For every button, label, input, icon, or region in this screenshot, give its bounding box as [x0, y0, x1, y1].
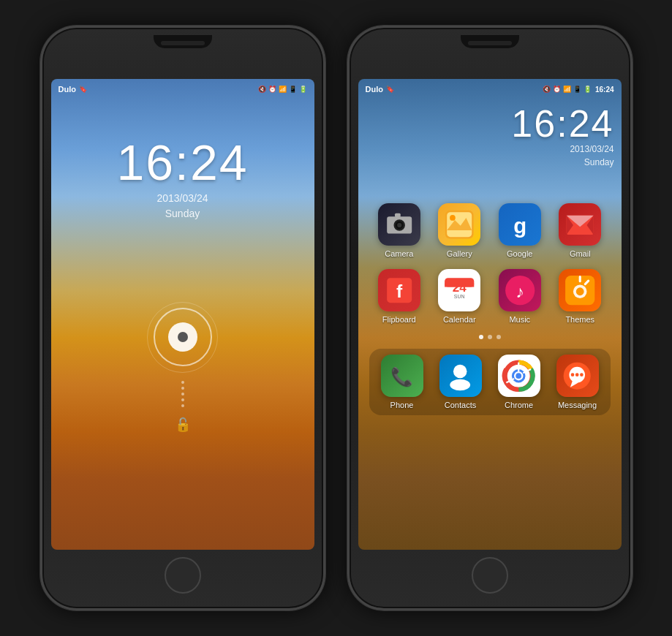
- lock-dot-4: [181, 398, 184, 401]
- lock-date: 2013/03/24 Sunday: [51, 191, 314, 222]
- lock-outer-ring[interactable]: [154, 308, 212, 366]
- app-messaging[interactable]: Messaging: [552, 355, 603, 409]
- lock-dot-1: [181, 381, 184, 384]
- flipboard-svg: f: [382, 273, 416, 307]
- contacts-svg: [443, 359, 477, 393]
- power-button-right[interactable]: [347, 159, 349, 203]
- volume-down-button[interactable]: [324, 214, 325, 243]
- app-camera[interactable]: Camera: [374, 203, 425, 258]
- volume-down-button-right[interactable]: [631, 214, 633, 243]
- app-row-3: 📞 Phone Co: [369, 349, 611, 415]
- svg-point-43: [580, 373, 584, 376]
- status-right-home: 🔇 ⏰ 📶 📱 🔋 16:24: [543, 86, 614, 94]
- flipboard-icon: f: [378, 269, 420, 311]
- home-button-right[interactable]: [472, 557, 508, 594]
- status-left-home: Dulo 🔖: [366, 85, 394, 94]
- svg-text:g: g: [513, 213, 526, 237]
- homescreen-background: Dulo 🔖 🔇 ⏰ 📶 📱 🔋 16:24 16:24: [358, 79, 622, 550]
- lockscreen-background: Dulo 🔖 🔇 ⏰ 📶 📱 🔋 16:24 2013/0: [51, 79, 314, 550]
- lock-circle-area[interactable]: 🔓: [154, 308, 212, 433]
- signal-icon-home: 📱: [573, 86, 581, 93]
- app-phone[interactable]: 📞 Phone: [377, 355, 428, 409]
- app-grid: Camera Gallery: [358, 196, 622, 550]
- alarm-icon: ⏰: [268, 86, 276, 93]
- battery-icon: 🔋: [299, 86, 307, 93]
- status-left: Dulo 🔖: [58, 85, 87, 94]
- home-time: 16:24: [511, 105, 614, 143]
- lockscreen-phone: Dulo 🔖 🔇 ⏰ 📶 📱 🔋 16:24 2013/0: [40, 26, 325, 610]
- phone-svg: 📞: [385, 359, 418, 393]
- themes-svg: [563, 273, 597, 307]
- phone-speaker: [161, 41, 205, 45]
- wifi-icon: 📶: [279, 86, 287, 93]
- camera-label: Camera: [385, 249, 413, 258]
- themes-icon: [559, 269, 601, 311]
- status-bar-lock: Dulo 🔖 🔇 ⏰ 📶 📱 🔋: [51, 79, 314, 99]
- svg-rect-24: [579, 276, 581, 282]
- lockscreen: Dulo 🔖 🔇 ⏰ 📶 📱 🔋 16:24 2013/0: [51, 79, 314, 550]
- svg-point-35: [516, 373, 522, 379]
- chrome-label: Chrome: [505, 401, 533, 409]
- volume-up-button[interactable]: [324, 174, 325, 203]
- app-google[interactable]: g Google: [494, 203, 545, 258]
- app-themes[interactable]: Themes: [554, 269, 605, 324]
- svg-point-42: [575, 373, 579, 376]
- homescreen-phone: Dulo 🔖 🔇 ⏰ 📶 📱 🔋 16:24 16:24: [347, 26, 633, 610]
- app-music[interactable]: ♪ Music: [494, 269, 545, 324]
- app-gallery[interactable]: Gallery: [434, 203, 485, 258]
- google-label: Google: [507, 249, 532, 258]
- svg-point-3: [397, 223, 401, 227]
- lock-dot-5: [181, 404, 184, 407]
- google-svg: g: [503, 208, 537, 241]
- camera-icon: [378, 203, 420, 246]
- carrier-name: Dulo: [58, 85, 76, 94]
- mute-icon-home: 🔇: [543, 86, 551, 93]
- calendar-svg: 24 SUN: [442, 273, 476, 307]
- home-button-left[interactable]: [165, 557, 201, 594]
- lock-dots-line: [181, 381, 184, 407]
- phone-body-left: Dulo 🔖 🔇 ⏰ 📶 📱 🔋 16:24 2013/0: [40, 26, 325, 610]
- svg-text:f: f: [396, 281, 403, 301]
- messaging-label: Messaging: [558, 401, 597, 409]
- app-row-2: f Flipboard 24: [369, 269, 611, 324]
- app-contacts[interactable]: Contacts: [435, 355, 486, 409]
- notification-icon: 🔖: [79, 86, 87, 93]
- notification-icon-home: 🔖: [386, 86, 394, 93]
- phone-body-right: Dulo 🔖 🔇 ⏰ 📶 📱 🔋 16:24 16:24: [347, 26, 633, 610]
- home-clock: 16:24 2013/03/24 Sunday: [511, 105, 614, 169]
- lock-inner-circle[interactable]: [168, 322, 197, 352]
- contacts-icon: [439, 355, 482, 397]
- volume-up-button-right[interactable]: [631, 174, 633, 203]
- status-bar-home: Dulo 🔖 🔇 ⏰ 📶 📱 🔋 16:24: [358, 79, 622, 99]
- status-right: 🔇 ⏰ 📶 📱 🔋: [258, 86, 307, 93]
- calendar-icon: 24 SUN: [438, 269, 480, 311]
- page-dot-2: [488, 335, 492, 339]
- page-dot-3: [497, 335, 501, 339]
- app-calendar[interactable]: 24 SUN Calendar: [434, 269, 485, 324]
- app-chrome[interactable]: Chrome: [494, 355, 545, 409]
- gmail-icon: [559, 203, 601, 246]
- homescreen: Dulo 🔖 🔇 ⏰ 📶 📱 🔋 16:24 16:24: [358, 79, 622, 550]
- app-gmail[interactable]: Gmail: [554, 203, 605, 258]
- carrier-name-home: Dulo: [366, 85, 383, 94]
- messaging-svg: [560, 359, 594, 393]
- unlock-icon[interactable]: 🔓: [175, 417, 191, 433]
- power-button[interactable]: [40, 159, 42, 203]
- svg-point-8: [450, 215, 456, 221]
- lock-dot-3: [181, 393, 184, 395]
- status-time: 16:24: [595, 86, 614, 94]
- gmail-svg: [563, 208, 597, 241]
- phone-icon: 📞: [381, 355, 423, 397]
- contacts-label: Contacts: [445, 401, 476, 409]
- flipboard-label: Flipboard: [382, 315, 416, 324]
- svg-text:SUN: SUN: [454, 294, 465, 299]
- app-flipboard[interactable]: f Flipboard: [374, 269, 425, 324]
- lock-inner-dot: [178, 332, 188, 342]
- svg-point-30: [450, 379, 471, 390]
- wifi-icon-home: 📶: [563, 86, 571, 93]
- themes-label: Themes: [565, 315, 594, 324]
- svg-text:📞: 📞: [390, 366, 413, 388]
- page-dot-1: [479, 335, 483, 339]
- camera-svg: [382, 208, 416, 241]
- messaging-icon: [556, 355, 599, 397]
